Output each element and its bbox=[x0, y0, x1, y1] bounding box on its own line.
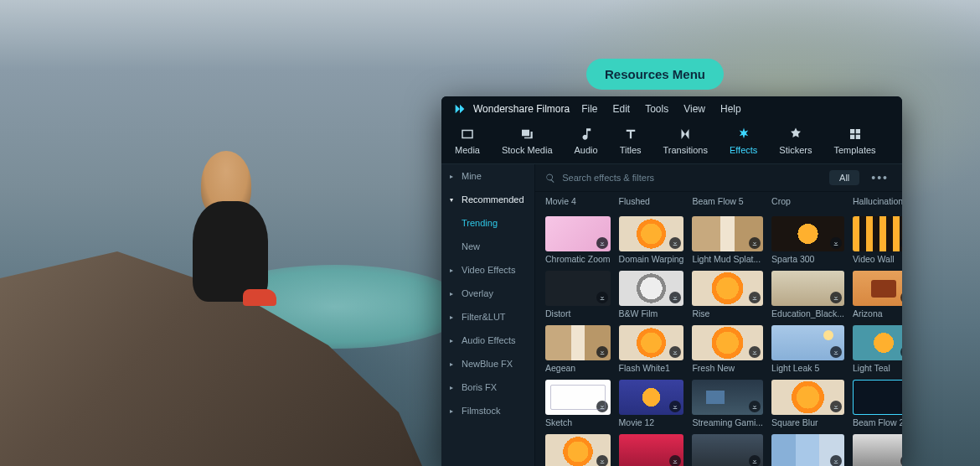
download-icon[interactable] bbox=[596, 292, 608, 303]
effect-thumbnail[interactable] bbox=[853, 380, 902, 415]
effect-thumbnail[interactable] bbox=[619, 271, 684, 306]
download-icon[interactable] bbox=[669, 346, 681, 358]
download-icon[interactable] bbox=[830, 455, 842, 466]
effect-thumbnail[interactable] bbox=[771, 271, 844, 306]
tab-templates[interactable]: Templates bbox=[833, 127, 875, 155]
effect-cell: Cyberpunk 2 bbox=[619, 434, 684, 466]
more-options-button[interactable]: ••• bbox=[868, 171, 892, 184]
sidebar-item-label: Boris FX bbox=[462, 382, 497, 392]
download-icon[interactable] bbox=[749, 292, 761, 303]
sidebar-item-label: Recommended bbox=[462, 194, 524, 205]
download-icon[interactable] bbox=[830, 346, 842, 358]
download-icon[interactable] bbox=[596, 346, 608, 358]
effect-caption: Sketch bbox=[545, 417, 611, 427]
effect-thumbnail[interactable] bbox=[545, 216, 611, 251]
effect-thumbnail[interactable] bbox=[692, 271, 763, 306]
menu-file[interactable]: File bbox=[581, 103, 597, 115]
download-icon[interactable] bbox=[900, 292, 902, 303]
effect-thumbnail[interactable] bbox=[692, 216, 763, 251]
effect-cell: Video Wall bbox=[853, 216, 902, 264]
effect-caption: Movie 12 bbox=[619, 417, 684, 427]
sidebar-item-filmstock[interactable]: ▸Filmstock bbox=[441, 399, 534, 422]
effect-cell: Aegean bbox=[545, 325, 611, 373]
effect-thumbnail[interactable] bbox=[853, 216, 902, 251]
download-icon[interactable] bbox=[669, 401, 681, 412]
download-icon[interactable] bbox=[596, 237, 608, 249]
effect-thumbnail[interactable] bbox=[853, 325, 902, 360]
download-icon[interactable] bbox=[900, 346, 902, 358]
effect-thumbnail[interactable] bbox=[619, 325, 684, 360]
sidebar-item-trending[interactable]: Trending bbox=[441, 211, 534, 235]
chevron-right-icon: ▸ bbox=[450, 267, 456, 274]
effect-thumbnail[interactable] bbox=[692, 325, 763, 360]
download-icon[interactable] bbox=[596, 455, 608, 466]
download-icon[interactable] bbox=[669, 292, 681, 303]
effect-thumbnail[interactable] bbox=[545, 325, 611, 360]
effects-grid-scroll[interactable]: Movie 4FlushedBeam Flow 5CropHallucinati… bbox=[535, 192, 902, 466]
download-icon[interactable] bbox=[749, 401, 761, 412]
effect-thumbnail[interactable] bbox=[619, 216, 684, 251]
effect-cell: Silent Film 2 bbox=[692, 434, 763, 466]
bg-shoe bbox=[243, 289, 276, 306]
effect-thumbnail[interactable] bbox=[771, 216, 844, 251]
effect-thumbnail[interactable] bbox=[853, 271, 902, 306]
tab-transitions[interactable]: Transitions bbox=[663, 127, 708, 155]
menu-help[interactable]: Help bbox=[720, 103, 741, 115]
download-icon[interactable] bbox=[749, 346, 761, 358]
sidebar-item-overlay[interactable]: ▸Overlay bbox=[441, 282, 534, 305]
sidebar-item-label: Audio Effects bbox=[462, 335, 516, 345]
download-icon[interactable] bbox=[900, 237, 902, 249]
download-icon[interactable] bbox=[749, 455, 761, 466]
search-row: All ••• bbox=[535, 164, 902, 192]
menu-tools[interactable]: Tools bbox=[645, 103, 668, 115]
download-icon[interactable] bbox=[669, 455, 681, 466]
download-icon[interactable] bbox=[830, 237, 842, 249]
menu-edit[interactable]: Edit bbox=[613, 103, 631, 115]
effect-thumbnail[interactable] bbox=[771, 434, 844, 466]
tab-media[interactable]: Media bbox=[455, 127, 480, 155]
sidebar-item-mine[interactable]: ▸Mine bbox=[441, 164, 534, 188]
effect-thumbnail[interactable] bbox=[545, 271, 611, 306]
effects-grid: Movie 4FlushedBeam Flow 5CropHallucinati… bbox=[545, 195, 892, 466]
effect-cell: Flash White1 bbox=[619, 325, 684, 373]
download-icon[interactable] bbox=[900, 455, 902, 466]
sidebar-item-new[interactable]: New bbox=[441, 235, 534, 258]
sidebar-item-video-effects[interactable]: ▸Video Effects bbox=[441, 258, 534, 282]
sidebar-item-label: Video Effects bbox=[462, 265, 515, 275]
download-icon[interactable] bbox=[830, 401, 842, 412]
sidebar-item-filter-lut[interactable]: ▸Filter&LUT bbox=[441, 305, 534, 329]
effect-thumbnail[interactable] bbox=[692, 434, 763, 466]
effect-cell: Distort bbox=[545, 271, 611, 318]
effect-thumbnail[interactable] bbox=[771, 325, 844, 360]
tab-stickers[interactable]: Stickers bbox=[779, 127, 812, 155]
effect-caption: Square Blur bbox=[771, 417, 844, 427]
sidebar-item-boris-fx[interactable]: ▸Boris FX bbox=[441, 375, 534, 399]
download-icon[interactable] bbox=[830, 292, 842, 303]
tab-audio[interactable]: Audio bbox=[575, 127, 598, 155]
tab-titles[interactable]: Titles bbox=[620, 127, 642, 155]
download-icon[interactable] bbox=[596, 401, 608, 412]
tab-stock-media[interactable]: Stock Media bbox=[502, 127, 553, 155]
download-icon[interactable] bbox=[669, 237, 681, 249]
effect-thumbnail[interactable] bbox=[545, 380, 611, 415]
effect-thumbnail[interactable] bbox=[619, 434, 684, 466]
menu-view[interactable]: View bbox=[683, 103, 705, 115]
effect-header-cell: Hallucination 1 bbox=[853, 195, 902, 210]
effect-thumbnail[interactable] bbox=[619, 380, 684, 415]
search-input[interactable] bbox=[562, 173, 821, 183]
sidebar-item-audio-effects[interactable]: ▸Audio Effects bbox=[441, 329, 534, 352]
sidebar-item-recommended[interactable]: ▾Recommended bbox=[441, 188, 534, 211]
effect-thumbnail[interactable] bbox=[692, 380, 763, 415]
download-icon[interactable] bbox=[900, 401, 902, 412]
effect-cell: Square Blur bbox=[771, 380, 844, 427]
effect-thumbnail[interactable] bbox=[853, 434, 902, 466]
filter-all-dropdown[interactable]: All bbox=[829, 170, 859, 185]
effect-thumbnail[interactable] bbox=[545, 434, 611, 466]
tab-effects[interactable]: Effects bbox=[730, 127, 757, 155]
effect-thumbnail[interactable] bbox=[771, 380, 844, 415]
titlebar: Wondershare Filmora FileEditToolsViewHel… bbox=[441, 96, 902, 122]
search-box[interactable] bbox=[545, 173, 821, 184]
sidebar-item-newblue-fx[interactable]: ▸NewBlue FX bbox=[441, 352, 534, 375]
download-icon[interactable] bbox=[749, 237, 761, 249]
effect-header-cell: Beam Flow 5 bbox=[692, 195, 763, 210]
